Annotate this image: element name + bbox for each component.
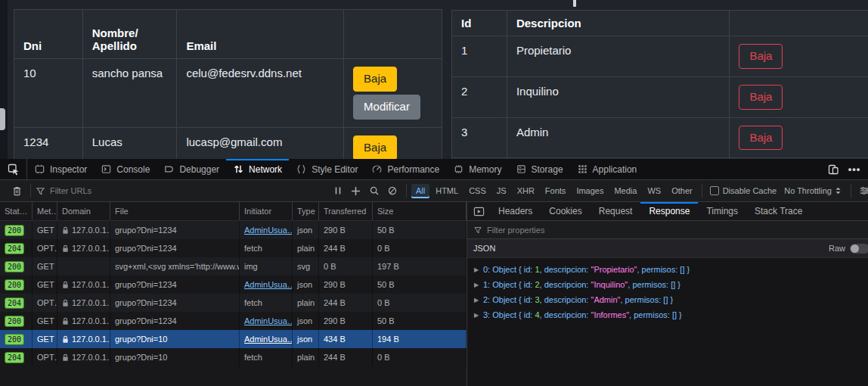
baja-button[interactable]: Baja [353, 135, 397, 159]
filter-properties-input[interactable] [487, 226, 862, 235]
tab-network[interactable]: Network [226, 159, 289, 179]
new-request-button[interactable] [347, 182, 365, 199]
initiator-link[interactable]: AdminUsua… [244, 335, 293, 344]
request-row-selected[interactable]: 200 GET 127.0.0.1… grupo?Dni=10 AdminUsu… [0, 330, 467, 348]
request-row[interactable]: 200 GET svg+xml,<svg xmlns='http://www.w… [0, 257, 467, 275]
expand-triangle-icon[interactable]: ▶ [474, 282, 483, 288]
json-tree-row[interactable]: ▶ 3: Object { id: 4, descripcion: "Infor… [467, 307, 868, 322]
filter-pill-html[interactable]: HTML [431, 184, 463, 198]
column-header-type[interactable]: Type [293, 202, 319, 220]
json-key-text: , descripcion: [540, 265, 591, 274]
raw-label: Raw [829, 244, 845, 253]
disable-cache-checkbox[interactable] [710, 186, 719, 195]
throttling-dropdown[interactable]: No Throttling [780, 186, 846, 195]
modificar-button[interactable]: Modificar [353, 95, 420, 120]
column-header-status[interactable]: Stat… [0, 202, 33, 220]
disable-cache-control[interactable]: Disable Cache [707, 186, 780, 195]
filter-urls-input[interactable] [50, 186, 329, 195]
tab-debugger[interactable]: Debugger [157, 159, 226, 179]
filter-pill-fonts[interactable]: Fonts [541, 184, 571, 198]
request-transferred: 244 B [319, 294, 373, 312]
details-tab-stack-trace[interactable]: Stack Trace [746, 202, 811, 220]
request-file: grupo?Dni=10 [110, 330, 240, 348]
details-tab-response[interactable]: Response [640, 202, 698, 220]
table-row: 10 sancho pansa celu@fedesrv.ddns.net Ba… [14, 59, 442, 128]
tab-label: Memory [469, 164, 501, 175]
filter-funnel-icon [473, 226, 482, 235]
block-requests-button[interactable] [383, 182, 401, 199]
user-nombre: sancho pansa [82, 59, 177, 128]
filter-pill-images[interactable]: Images [572, 184, 608, 198]
throttling-label: No Throttling [784, 186, 832, 195]
tab-label: Style Editor [312, 164, 358, 175]
request-row[interactable]: 200 GET 127.0.0.1… grupo?Dni=1234 AdminU… [0, 221, 467, 239]
tab-inspector[interactable]: Inspector [27, 159, 94, 179]
tab-style-editor[interactable]: Style Editor [289, 159, 364, 179]
details-tab-cookies[interactable]: Cookies [541, 202, 590, 220]
details-pane-toggle-icon [473, 206, 485, 217]
baja-button[interactable]: Baja [739, 44, 783, 69]
network-split-view: Stat… Met… Domain File Initiator Type Tr… [0, 202, 868, 386]
network-settings-button[interactable] [856, 182, 868, 199]
details-tab-request[interactable]: Request [591, 202, 641, 220]
pause-requests-button[interactable] [329, 182, 347, 199]
column-header-method[interactable]: Met… [33, 202, 57, 220]
json-tree-row[interactable]: ▶ 2: Object { id: 3, descripcion: "Admin… [467, 292, 868, 307]
raw-toggle[interactable] [850, 244, 868, 254]
json-section-label: JSON [473, 244, 495, 253]
expand-triangle-icon[interactable]: ▶ [474, 312, 483, 319]
tab-storage[interactable]: Storage [509, 159, 570, 179]
request-method: GET [33, 275, 57, 294]
json-tree-row[interactable]: ▶ 1: Object { id: 2, descripcion: "Inqui… [467, 277, 868, 292]
element-picker-button[interactable] [0, 159, 27, 179]
filter-pill-media[interactable]: Media [609, 184, 641, 198]
column-header-domain[interactable]: Domain [57, 202, 110, 220]
filter-pill-css[interactable]: CSS [464, 184, 491, 198]
column-header-initiator[interactable]: Initiator [240, 202, 293, 220]
filter-pill-other[interactable]: Other [667, 184, 697, 198]
json-tree-row[interactable]: ▶ 0: Object { id: 1, descripcion: "Propi… [467, 262, 868, 277]
tab-console[interactable]: Console [94, 159, 157, 179]
filter-pill-xhr[interactable]: XHR [513, 184, 539, 198]
request-file: grupo?Dni=10 [110, 348, 240, 366]
request-type-filters: All HTML CSS JS XHR Fonts Images Media W… [411, 184, 697, 198]
tab-performance[interactable]: Performance [364, 159, 446, 179]
users-header-email: Email [177, 10, 344, 59]
column-header-size[interactable]: Size [373, 202, 467, 220]
baja-button[interactable]: Baja [739, 85, 783, 110]
responsive-design-button[interactable] [823, 159, 844, 179]
element-picker-icon [8, 163, 20, 176]
request-row[interactable]: 200 GET 127.0.0.1… grupo?Dni=1234 AdminU… [0, 312, 467, 330]
user-dni: 1234 [14, 128, 83, 160]
expand-triangle-icon[interactable]: ▶ [474, 266, 483, 273]
details-tab-timings[interactable]: Timings [698, 202, 746, 220]
initiator-link[interactable]: AdminUsua… [244, 316, 293, 325]
grupo-descripcion: Propietario [507, 36, 730, 77]
initiator-link[interactable]: AdminUsua… [244, 280, 293, 289]
column-header-file[interactable]: File [110, 202, 240, 220]
initiator-link[interactable]: AdminUsua… [244, 226, 293, 235]
json-string-value: "Informes" [591, 310, 629, 319]
baja-button[interactable]: Baja [739, 126, 783, 151]
details-tab-headers[interactable]: Headers [490, 202, 541, 220]
sidebar-splitter-handle[interactable] [0, 108, 5, 130]
request-type: json [293, 330, 319, 348]
filter-pill-all[interactable]: All [411, 184, 429, 198]
tab-application[interactable]: Application [570, 159, 644, 179]
tab-memory[interactable]: Memory [446, 159, 508, 179]
filter-pill-ws[interactable]: WS [643, 184, 665, 198]
search-requests-button[interactable] [365, 182, 383, 199]
filter-pill-js[interactable]: JS [492, 184, 511, 198]
details-pane-toggle-button[interactable] [467, 202, 490, 220]
baja-button[interactable]: Baja [353, 67, 397, 92]
users-header-dni: Dni [14, 10, 83, 59]
request-row[interactable]: 204 OPT… 127.0.0.1… grupo?Dni=10 fetch p… [0, 348, 467, 366]
column-header-transferred[interactable]: Transferred [319, 202, 373, 220]
expand-triangle-icon[interactable]: ▶ [474, 297, 483, 304]
devtools-menu-button[interactable]: ••• [844, 159, 865, 179]
request-row[interactable]: 200 GET 127.0.0.1… grupo?Dni=1234 AdminU… [0, 275, 467, 294]
request-row[interactable]: 204 OPT… 127.0.0.1… grupo?Dni=1234 fetch… [0, 239, 467, 257]
request-row[interactable]: 204 OPT… 127.0.0.1… grupo?Dni=1234 fetch… [0, 294, 467, 312]
status-badge: 200 [5, 316, 24, 327]
clear-requests-button[interactable] [8, 182, 26, 199]
